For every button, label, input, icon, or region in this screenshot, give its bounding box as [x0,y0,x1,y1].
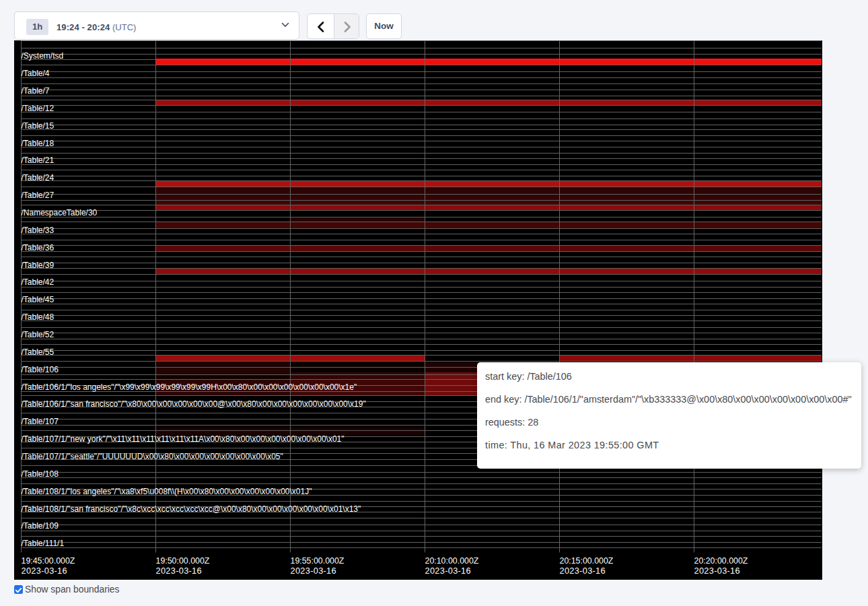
svg-text:19:55:00.000Z: 19:55:00.000Z [291,556,345,566]
svg-text:/Table/109: /Table/109 [22,521,59,531]
svg-text:20:15:00.000Z: 20:15:00.000Z [560,556,614,566]
svg-text:/Table/107/1/"new york"/"\x11\: /Table/107/1/"new york"/"\x11\x11\x11\x1… [22,434,345,444]
svg-text:2023-03-16: 2023-03-16 [291,566,336,576]
svg-text:/Table/111/1: /Table/111/1 [22,539,65,548]
svg-text:2023-03-16: 2023-03-16 [560,566,606,576]
svg-text:/Table/52: /Table/52 [22,330,55,339]
svg-text:2023-03-16: 2023-03-16 [694,566,740,576]
svg-text:/Table/4: /Table/4 [22,69,50,78]
svg-text:2023-03-16: 2023-03-16 [425,566,471,576]
svg-text:/Table/106: /Table/106 [22,365,59,374]
svg-text:/Table/36: /Table/36 [22,243,55,252]
svg-text:/System/tsd: /System/tsd [22,51,64,61]
svg-text:/Table/106/1/"san francisco"/": /Table/106/1/"san francisco"/"\x80\x00\x… [22,399,366,409]
svg-text:/Table/24: /Table/24 [22,173,55,182]
svg-text:/Table/12: /Table/12 [22,104,55,113]
svg-text:19:50:00.000Z: 19:50:00.000Z [156,556,210,566]
svg-text:/Table/39: /Table/39 [22,261,55,270]
svg-text:/Table/33: /Table/33 [22,226,55,235]
svg-text:20:10:00.000Z: 20:10:00.000Z [425,556,479,566]
svg-text:20:20:00.000Z: 20:20:00.000Z [694,556,748,566]
svg-text:19:45:00.000Z: 19:45:00.000Z [22,556,75,566]
svg-text:/Table/27: /Table/27 [22,191,55,200]
svg-text:/Table/48: /Table/48 [22,312,55,322]
svg-text:/Table/45: /Table/45 [22,295,55,304]
svg-text:/Table/108/1/"san francisco"/": /Table/108/1/"san francisco"/"\x8c\xcc\x… [22,504,361,514]
svg-text:2023-03-16: 2023-03-16 [22,566,67,576]
svg-text:/Table/42: /Table/42 [22,277,55,287]
svg-text:/Table/7: /Table/7 [22,86,50,96]
svg-text:/Table/55: /Table/55 [22,347,55,357]
svg-text:2023-03-16: 2023-03-16 [156,566,202,576]
svg-text:/Table/107/1/"seattle"/"UUUUUU: /Table/107/1/"seattle"/"UUUUUUD\x00\x80\… [22,452,283,461]
svg-text:/Table/21: /Table/21 [22,156,55,165]
svg-text:/Table/108: /Table/108 [22,469,59,479]
svg-text:/Table/108/1/"los angeles"/"\x: /Table/108/1/"los angeles"/"\xa8\xf5\u00… [22,487,312,496]
svg-text:/Table/18: /Table/18 [22,139,55,148]
svg-text:/Table/15: /Table/15 [22,121,55,131]
svg-text:/Table/107: /Table/107 [22,417,59,426]
svg-text:/NamespaceTable/30: /NamespaceTable/30 [22,208,98,217]
svg-text:/Table/106/1/"los angeles"/"\x: /Table/106/1/"los angeles"/"\x99\x99\x99… [22,382,357,392]
